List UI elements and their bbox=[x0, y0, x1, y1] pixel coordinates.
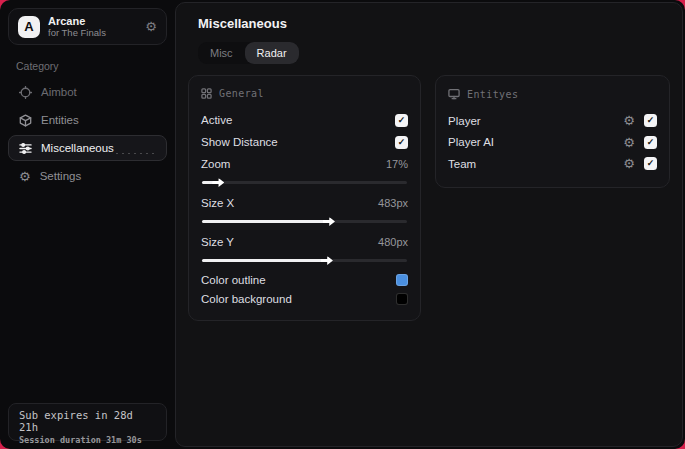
slider-thumb[interactable] bbox=[321, 256, 333, 265]
brand-name: Arcane bbox=[48, 15, 106, 27]
sidebar-item-label: Miscellaneous bbox=[41, 142, 114, 154]
sidebar-item-aimbot[interactable]: Aimbot bbox=[8, 79, 167, 105]
entity-label: Player bbox=[448, 115, 481, 127]
entity-row-player-ai: Player AI ⚙ ✓ bbox=[448, 132, 657, 154]
subscription-card: Sub expires in 28d 21h Session duration … bbox=[8, 403, 167, 441]
slider-value: 483px bbox=[378, 197, 408, 209]
tab-bar: Misc Radar bbox=[198, 42, 299, 64]
toggle-row-active: Active ✓ bbox=[201, 109, 408, 131]
toggle-label: Show Distance bbox=[201, 136, 278, 148]
entity-controls: ⚙ ✓ bbox=[623, 157, 657, 170]
color-label: Color background bbox=[201, 293, 292, 305]
page-title: Miscellaneous bbox=[198, 16, 670, 31]
general-card: General Active ✓ Show Distance ✓ Zoom 17… bbox=[188, 75, 421, 321]
entity-row-player: Player ⚙ ✓ bbox=[448, 110, 657, 132]
gear-icon[interactable]: ⚙ bbox=[623, 157, 635, 170]
color-row-outline: Color outline bbox=[201, 270, 408, 289]
nav-dots-decoration bbox=[114, 151, 158, 156]
gear-icon[interactable]: ⚙ bbox=[623, 136, 635, 149]
sliders-icon bbox=[19, 142, 32, 155]
cards-container: General Active ✓ Show Distance ✓ Zoom 17… bbox=[188, 75, 670, 321]
gear-icon: ⚙ bbox=[19, 170, 31, 183]
slider-fill bbox=[202, 259, 323, 262]
entities-card-header: Entityes bbox=[448, 88, 657, 100]
main-panel: Miscellaneous Misc Radar General Active … bbox=[175, 2, 683, 447]
checkbox[interactable]: ✓ bbox=[644, 157, 657, 170]
slider-thumb[interactable] bbox=[323, 217, 335, 226]
sidebar-item-label: Entities bbox=[41, 114, 79, 126]
checkbox[interactable]: ✓ bbox=[644, 136, 657, 149]
toggle-label: Active bbox=[201, 114, 232, 126]
gear-icon[interactable]: ⚙ bbox=[623, 114, 635, 127]
color-swatch[interactable] bbox=[396, 293, 408, 305]
slider-row-zoom: Zoom 17% bbox=[201, 153, 408, 184]
sidebar: A Arcane for The Finals ⚙ Category Aimbo… bbox=[0, 0, 175, 449]
slider-row-size-x: Size X 483px bbox=[201, 192, 408, 223]
toggle-row-show-distance: Show Distance ✓ bbox=[201, 131, 408, 153]
brand-subtitle: for The Finals bbox=[48, 28, 106, 38]
sidebar-item-settings[interactable]: ⚙ Settings bbox=[8, 163, 167, 189]
tab-misc[interactable]: Misc bbox=[198, 42, 245, 64]
entity-label: Team bbox=[448, 158, 476, 170]
crosshair-icon bbox=[19, 86, 32, 99]
sidebar-item-miscellaneous[interactable]: Miscellaneous bbox=[8, 135, 167, 161]
slider-header: Size X 483px bbox=[201, 192, 408, 214]
slider-value: 17% bbox=[386, 158, 408, 170]
color-swatch[interactable] bbox=[396, 274, 408, 286]
sub-expires-text: Sub expires in 28d 21h bbox=[19, 409, 156, 433]
slider-row-size-y: Size Y 480px bbox=[201, 231, 408, 262]
slider-thumb[interactable] bbox=[212, 178, 224, 187]
slider-label: Zoom bbox=[201, 158, 230, 170]
brand-logo: A bbox=[18, 16, 40, 38]
brand-card: A Arcane for The Finals ⚙ bbox=[8, 8, 167, 45]
size-y-slider[interactable] bbox=[202, 259, 407, 262]
checkbox[interactable]: ✓ bbox=[644, 114, 657, 127]
app-window: A Arcane for The Finals ⚙ Category Aimbo… bbox=[0, 0, 685, 449]
slider-value: 480px bbox=[378, 236, 408, 248]
slider-label: Size Y bbox=[201, 236, 234, 248]
slider-header: Zoom 17% bbox=[201, 153, 408, 175]
slider-label: Size X bbox=[201, 197, 234, 209]
gear-icon[interactable]: ⚙ bbox=[145, 20, 157, 33]
category-label: Category bbox=[16, 60, 167, 72]
zoom-slider[interactable] bbox=[202, 181, 407, 184]
color-row-background: Color background bbox=[201, 289, 408, 308]
color-label: Color outline bbox=[201, 274, 266, 286]
general-card-header: General bbox=[201, 88, 408, 99]
sidebar-item-entities[interactable]: Entities bbox=[8, 107, 167, 133]
grid-icon bbox=[201, 88, 212, 99]
sidebar-item-label: Aimbot bbox=[41, 86, 77, 98]
entity-controls: ⚙ ✓ bbox=[623, 114, 657, 127]
slider-fill bbox=[202, 220, 325, 223]
entity-label: Player AI bbox=[448, 136, 494, 148]
general-card-title: General bbox=[219, 88, 264, 99]
checkbox[interactable]: ✓ bbox=[395, 136, 408, 149]
slider-header: Size Y 480px bbox=[201, 231, 408, 253]
brand-text: Arcane for The Finals bbox=[48, 15, 106, 39]
entity-controls: ⚙ ✓ bbox=[623, 136, 657, 149]
entity-row-team: Team ⚙ ✓ bbox=[448, 153, 657, 175]
checkbox[interactable]: ✓ bbox=[395, 114, 408, 127]
entities-card: Entityes Player ⚙ ✓ Player AI ⚙ ✓ bbox=[435, 75, 670, 188]
tab-radar[interactable]: Radar bbox=[245, 42, 299, 64]
sidebar-item-label: Settings bbox=[40, 170, 82, 182]
session-duration-text: Session duration 31m 30s bbox=[19, 435, 156, 445]
entities-card-title: Entityes bbox=[467, 89, 518, 100]
monitor-icon bbox=[448, 88, 460, 100]
cube-icon bbox=[19, 114, 32, 127]
size-x-slider[interactable] bbox=[202, 220, 407, 223]
